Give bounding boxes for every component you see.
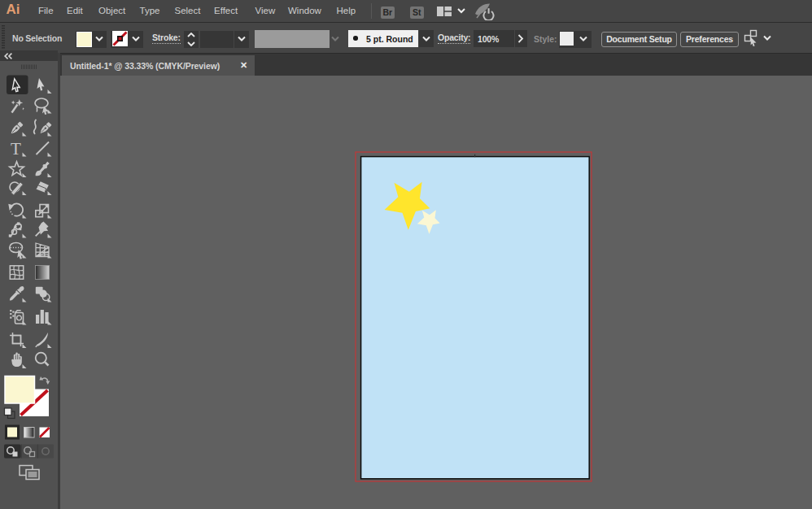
svg-text:T: T: [11, 139, 21, 159]
